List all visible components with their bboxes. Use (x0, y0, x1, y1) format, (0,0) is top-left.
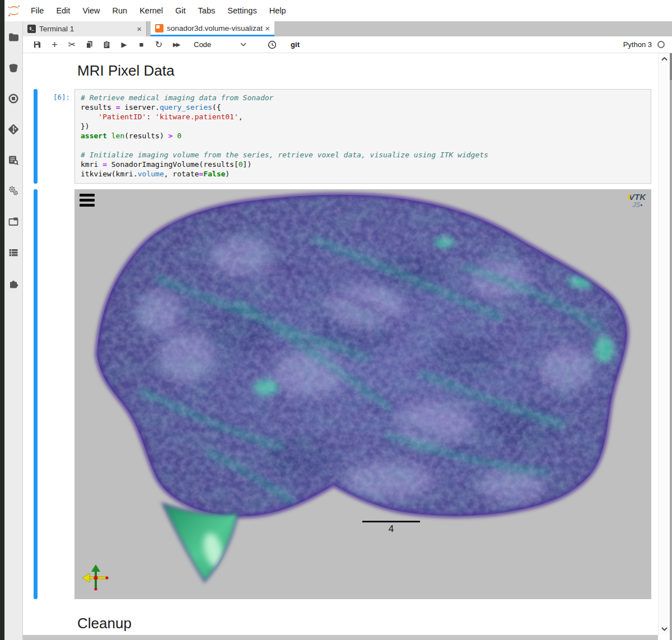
terminal-icon: $_ (27, 25, 36, 33)
kernel-name[interactable]: Python 3 (623, 40, 652, 49)
save-button[interactable] (29, 40, 46, 49)
copy-icon (85, 40, 94, 49)
clock-icon (268, 40, 277, 49)
bucket-icon (8, 62, 19, 73)
folder-icon (8, 31, 19, 43)
menu-view[interactable]: View (76, 6, 106, 15)
file-browser-button[interactable] (4, 21, 22, 52)
menubar: File Edit View Run Kernel Git Tabs Setti… (4, 0, 672, 21)
menu-edit[interactable]: Edit (50, 6, 76, 15)
notebook-icon (155, 24, 164, 32)
brain-volume-rendering (74, 189, 651, 599)
add-cell-button[interactable]: + (46, 39, 63, 51)
orientation-axes-widget (81, 563, 110, 592)
notebook-panel: MRI Pixel Data [6]: # Retrieve medical i… (23, 53, 658, 635)
git-icon (8, 124, 19, 135)
vtk-js-logo: VTK JS• (629, 193, 646, 208)
tab-label: sonador3d.volume-visualizat (167, 24, 263, 32)
interrupt-kernel-button[interactable]: ■ (133, 40, 150, 49)
input-collapser[interactable] (34, 89, 38, 184)
menu-help[interactable]: Help (263, 6, 292, 15)
history-clock-button[interactable] (263, 40, 281, 49)
window-edge (0, 0, 4, 640)
output-cell: VTK JS• 4 (34, 189, 651, 599)
markdown-heading-bottom: Cleanup (77, 615, 651, 633)
save-icon (33, 40, 41, 49)
paste-cells-button[interactable] (98, 40, 115, 49)
git-panel-button[interactable] (4, 114, 22, 144)
vertical-scrollbar[interactable] (658, 53, 670, 635)
notebook-toolbar: + ✂ ▶ ■ ↻ ▶▶ Code (23, 36, 672, 53)
output-prompt (38, 189, 74, 599)
tab-label: Terminal 1 (39, 25, 134, 33)
tab-terminal-1[interactable]: $_ Terminal 1 × (23, 21, 147, 36)
close-icon[interactable]: × (137, 25, 142, 33)
menu-tabs[interactable]: Tabs (192, 6, 222, 15)
paste-icon (102, 40, 111, 49)
run-all-button[interactable]: ▶▶ (167, 41, 185, 48)
itk-volume-viewer[interactable]: VTK JS• 4 (74, 189, 651, 599)
git-toolbar-label[interactable]: git (291, 40, 300, 49)
bucket-panel-button[interactable] (4, 52, 22, 83)
chevron-down-icon[interactable] (235, 43, 252, 46)
table-of-contents-button[interactable] (4, 237, 22, 268)
puzzle-icon (8, 278, 19, 289)
menu-file[interactable]: File (25, 6, 50, 15)
code-cell: [6]: # Retrieve medical imaging data fro… (34, 89, 651, 184)
kernel-status-icon (657, 41, 665, 48)
jupyter-logo-icon (7, 3, 21, 18)
running-sessions-button[interactable] (4, 83, 22, 114)
execution-count: [6]: (38, 89, 74, 184)
window-scrollbar-thumb[interactable] (670, 53, 672, 80)
property-inspector-button[interactable] (4, 144, 22, 175)
tab-notebook[interactable]: sonador3d.volume-visualizat × (151, 21, 274, 36)
scroll-down-icon[interactable] (661, 627, 668, 631)
jupyterlab-window: File Edit View Run Kernel Git Tabs Setti… (0, 0, 672, 640)
scale-bar-value: 4 (362, 524, 420, 535)
list-icon (8, 247, 19, 258)
gears-icon (8, 185, 19, 197)
output-collapser[interactable] (34, 189, 38, 599)
window-scrollbar[interactable] (670, 53, 672, 640)
menu-run[interactable]: Run (106, 6, 134, 15)
inspector-icon (8, 155, 19, 166)
run-cell-button[interactable]: ▶ (115, 40, 133, 49)
close-icon[interactable]: × (265, 24, 270, 32)
cell-type-select[interactable]: Code (194, 40, 211, 49)
open-tabs-button[interactable] (4, 206, 22, 237)
settings-panel-button[interactable] (4, 175, 22, 206)
stop-circle-icon (8, 93, 19, 104)
horizontal-scrollbar[interactable] (23, 635, 658, 640)
markdown-heading-top: MRI Pixel Data (77, 62, 651, 80)
extension-manager-button[interactable] (4, 268, 22, 298)
scale-bar (362, 521, 420, 522)
code-lines: # Retrieve medical imaging data from Son… (81, 93, 645, 179)
window-icon (8, 216, 19, 227)
menu-settings[interactable]: Settings (221, 6, 263, 15)
menu-git[interactable]: Git (169, 6, 192, 15)
dock-tabbar: $_ Terminal 1 × sonador3d.volume-visuali… (23, 21, 672, 36)
code-editor[interactable]: # Retrieve medical imaging data from Son… (74, 89, 651, 184)
hamburger-icon (80, 194, 95, 197)
menu-kernel[interactable]: Kernel (133, 6, 169, 15)
activity-sidebar (4, 21, 23, 640)
copy-cells-button[interactable] (81, 40, 98, 49)
scroll-up-icon[interactable] (661, 57, 668, 61)
cut-cells-button[interactable]: ✂ (63, 39, 81, 50)
viewer-menu-button[interactable] (80, 194, 95, 209)
restart-kernel-button[interactable]: ↻ (150, 39, 167, 50)
